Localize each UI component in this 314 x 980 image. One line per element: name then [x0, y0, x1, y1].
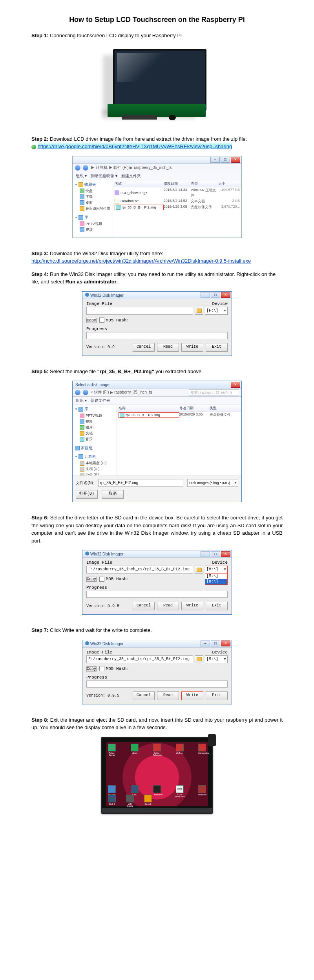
sidebar-item[interactable]: 文档 — [75, 430, 114, 436]
sidebar-libraries[interactable]: 库 — [84, 215, 88, 220]
toolbar-newfolder[interactable]: 新建文件夹 — [91, 398, 110, 403]
sidebar-item[interactable]: 音乐 — [75, 436, 114, 442]
cancel-button[interactable]: Cancel — [133, 691, 155, 700]
device-option[interactable]: [M:\] — [205, 573, 227, 579]
desktop-icon[interactable]: WiFi Config — [126, 795, 134, 807]
minimize-button[interactable]: – — [201, 292, 210, 298]
write-button[interactable]: Write — [181, 602, 203, 610]
file-row[interactable]: LCD_show.tar.gz 2015/8/4 14:34WinRAR 压缩文… — [113, 187, 241, 198]
browse-button[interactable] — [195, 566, 203, 573]
device-option-selected[interactable]: [H:\] — [205, 579, 227, 584]
taskbar[interactable] — [102, 808, 212, 813]
desktop-icon[interactable]: Python Games — [108, 744, 116, 756]
md5-checkbox[interactable] — [99, 577, 104, 582]
sidebar-libraries[interactable]: 库 — [84, 407, 88, 412]
cancel-button[interactable]: Cancel — [133, 343, 155, 352]
file-row[interactable]: Readme.txt 2015/8/4 14:52文本文档2 KB — [113, 198, 241, 204]
desktop-icon[interactable]: Midori — [130, 744, 139, 756]
write-button[interactable]: Write — [181, 691, 203, 700]
browse-button[interactable] — [195, 307, 203, 315]
desktop-icon[interactable]: Shutdown — [198, 785, 206, 798]
col-name[interactable]: 名称 — [119, 406, 179, 411]
cancel-button[interactable]: Cancel — [133, 602, 155, 610]
file-row[interactable]: rpi_35_B_B+_PI2.img 2015/6/29 3:05光盘映像文件… — [113, 204, 241, 211]
exit-button[interactable]: Exit — [206, 343, 228, 352]
copy-button[interactable]: Copy — [86, 318, 97, 323]
device-dropdown[interactable]: [M:\] [H:\] — [205, 573, 228, 585]
sidebar-item[interactable]: 快盘 — [75, 188, 110, 194]
forward-icon[interactable] — [83, 165, 88, 171]
sidebar-item[interactable]: PPTV视频 — [75, 413, 114, 419]
sidebar-item[interactable]: 图片 — [75, 425, 114, 430]
desktop-icon[interactable]: LXTerminal — [153, 785, 161, 798]
sidebar-item[interactable]: 下载 — [75, 194, 110, 200]
exit-button[interactable]: Exit — [206, 602, 228, 610]
maximize-button[interactable]: □ — [211, 641, 220, 646]
toolbar-newfolder[interactable]: 新建文件夹 — [121, 173, 141, 179]
sidebar-homegroup[interactable]: 家庭组 — [81, 445, 93, 451]
desktop-icon[interactable]: Scratch — [144, 795, 152, 807]
sidebar-item[interactable]: PPTV视频 — [75, 221, 110, 227]
maximize-button[interactable]: □ — [211, 551, 220, 557]
file-row[interactable]: rpi_35_B_B+_PI2.img 2015/6/29 3:05光盘映像文件 — [117, 412, 241, 418]
desktop-icon[interactable]: OCROCR Resources — [175, 785, 184, 798]
copy-button[interactable]: Copy — [86, 577, 97, 582]
toolbar-burn[interactable]: 刻录光盘映像 ▾ — [91, 173, 117, 179]
device-select[interactable]: [M:\] — [205, 655, 228, 663]
open-button[interactable]: 打开(O) — [76, 490, 98, 499]
minimize-button[interactable]: – — [210, 157, 220, 163]
col-type[interactable]: 类型 — [210, 406, 240, 411]
read-button[interactable]: Read — [157, 602, 179, 610]
minimize-button[interactable]: – — [201, 551, 210, 557]
toolbar-organize[interactable]: 组织 ▾ — [76, 398, 87, 403]
browse-button[interactable] — [195, 655, 203, 663]
read-button[interactable]: Read — [157, 691, 179, 700]
toolbar-organize[interactable]: 组织 ▾ — [76, 173, 87, 179]
back-icon[interactable] — [75, 165, 80, 171]
sidebar-favorites[interactable]: 收藏夹 — [84, 182, 96, 187]
maximize-button[interactable]: □ — [221, 157, 230, 163]
sidebar-item[interactable]: 办公 (E:) — [75, 472, 114, 475]
sidebar-item[interactable]: 文档 (D:) — [75, 466, 114, 472]
desktop-icon[interactable]: IDLE 3 — [108, 795, 116, 807]
device-select[interactable]: [F:\] — [205, 307, 228, 315]
close-button[interactable]: ✕ — [231, 382, 240, 388]
read-button[interactable]: Read — [157, 343, 179, 352]
sidebar-item[interactable]: 本地磁盘 (C:) — [75, 460, 114, 466]
step-3-link[interactable]: http://nchc.dl.sourceforge.net/project/w… — [31, 258, 251, 264]
col-type[interactable]: 类型 — [191, 181, 218, 186]
copy-button[interactable]: Copy — [86, 666, 97, 671]
image-path-input[interactable]: F:/raspberry_35_inch_ts/rpi_35_B_B+_PI2.… — [86, 655, 193, 663]
filename-input[interactable]: rpi_35_B_B+_PI2.img — [98, 479, 183, 487]
md5-checkbox[interactable] — [99, 318, 104, 323]
step-2-link[interactable]: https://drive.google.com/hie/d/0B6yht2Nt… — [38, 143, 232, 149]
close-button[interactable]: ✕ — [231, 157, 240, 163]
forward-icon[interactable] — [83, 390, 88, 395]
sidebar-item[interactable]: 视频 — [75, 227, 110, 233]
device-select[interactable]: [M:\] [M:\] [H:\] — [205, 566, 228, 573]
close-button[interactable]: ✕ — [221, 641, 230, 646]
close-button[interactable]: ✕ — [221, 292, 230, 298]
minimize-button[interactable]: – — [201, 641, 210, 646]
close-button[interactable]: ✕ — [221, 551, 230, 557]
col-date[interactable]: 修改日期 — [164, 181, 191, 186]
image-path-input[interactable]: F:/raspberry_35_inch_ts/rpi_35_B_B+_PI2.… — [86, 566, 193, 573]
desktop-icon[interactable]: Debian Reference — [153, 744, 161, 756]
maximize-button[interactable]: □ — [211, 292, 220, 298]
col-size[interactable]: 大小 — [218, 181, 240, 186]
image-path-input[interactable] — [86, 307, 193, 315]
sidebar-item[interactable]: 桌面 — [75, 200, 110, 206]
filter-select[interactable]: Disk Images (*.img *.IMG) — [187, 479, 238, 487]
col-name[interactable]: 名称 — [115, 181, 164, 186]
path-text[interactable]: « 软件 (F:) ▶ raspberry_35_inch_ts — [91, 390, 152, 395]
sidebar-item[interactable]: 最近访问的位置 — [75, 206, 110, 212]
desktop-icon[interactable]: Mathematica — [198, 744, 206, 756]
desktop-icon[interactable]: Wolfram — [175, 744, 184, 756]
exit-button[interactable]: Exit — [206, 691, 228, 700]
md5-checkbox[interactable] — [99, 666, 104, 671]
back-icon[interactable] — [75, 390, 80, 395]
sidebar-item[interactable]: 视频 — [75, 419, 114, 425]
write-button[interactable]: Write — [181, 343, 203, 352]
search-input[interactable]: 搜索 raspberry_35_inch_ts — [189, 389, 239, 396]
col-date[interactable]: 修改日期 — [179, 406, 210, 411]
